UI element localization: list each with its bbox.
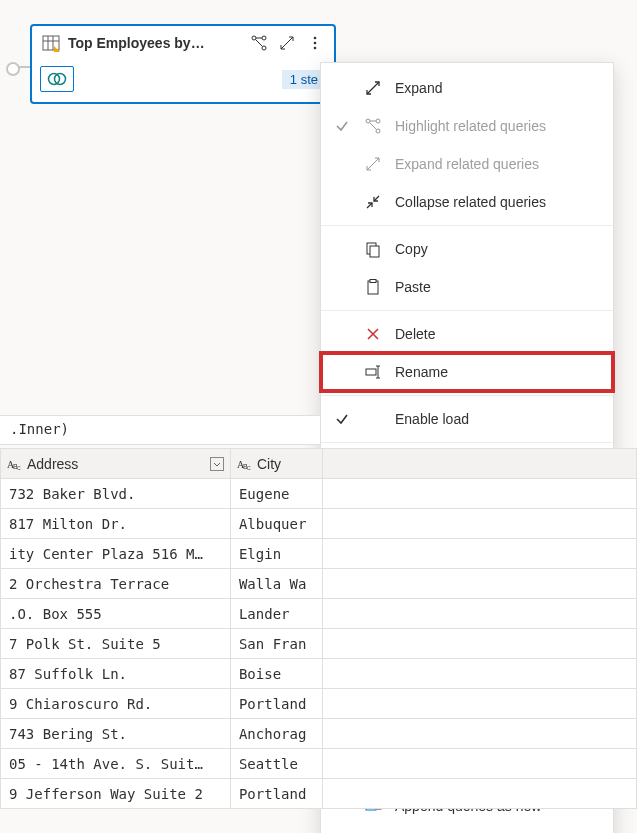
table-row[interactable]: .O. Box 555Lander	[1, 599, 637, 629]
menu-item-label: Rename	[395, 364, 601, 380]
copy-icon	[363, 240, 383, 258]
cell-address[interactable]: 743 Bering St.	[1, 719, 231, 749]
cell-address[interactable]: 9 Chiaroscuro Rd.	[1, 689, 231, 719]
cell-blank	[322, 509, 636, 539]
table-row[interactable]: 732 Baker Blvd.Eugene	[1, 479, 637, 509]
menu-separator	[321, 225, 613, 226]
svg-rect-0	[43, 36, 59, 50]
cell-blank	[322, 599, 636, 629]
table-row[interactable]: 9 Jefferson Way Suite 2Portland	[1, 779, 637, 809]
cell-address[interactable]: 732 Baker Blvd.	[1, 479, 231, 509]
cell-blank	[322, 689, 636, 719]
query-card-body: 1 ste	[32, 60, 334, 102]
menu-item-copy[interactable]: Copy	[321, 230, 613, 268]
table-row[interactable]: 05 - 14th Ave. S. Suit…Seattle	[1, 749, 637, 779]
menu-item-label: Expand	[395, 80, 601, 96]
cell-city[interactable]: Portland	[230, 779, 322, 809]
cell-address[interactable]: 87 Suffolk Ln.	[1, 659, 231, 689]
menu-separator	[321, 310, 613, 311]
svg-point-6	[262, 36, 266, 40]
expand-related-icon	[363, 155, 383, 173]
merge-step-icon[interactable]	[40, 66, 74, 92]
menu-item-rename[interactable]: Rename	[321, 353, 613, 391]
table-row[interactable]: 7 Polk St. Suite 5San Fran	[1, 629, 637, 659]
formula-bar-fragment[interactable]: .Inner)	[0, 415, 320, 445]
check-icon	[333, 412, 351, 426]
cell-blank	[322, 659, 636, 689]
collapse-related-icon	[363, 193, 383, 211]
expand-icon	[363, 79, 383, 97]
cell-address[interactable]: ity Center Plaza 516 M…	[1, 539, 231, 569]
table-row[interactable]: 2 Orchestra TerraceWalla Wa	[1, 569, 637, 599]
svg-point-17	[376, 129, 380, 133]
menu-item-label: Highlight related queries	[395, 118, 601, 134]
table-header-row: ABC Address ABC City	[1, 449, 637, 479]
column-header-address[interactable]: ABC Address	[1, 449, 231, 479]
cell-city[interactable]: Lander	[230, 599, 322, 629]
text-type-icon: ABC	[7, 457, 21, 471]
svg-rect-56	[210, 457, 223, 470]
svg-rect-23	[370, 280, 376, 283]
menu-item-label: Paste	[395, 279, 601, 295]
cell-city[interactable]: Boise	[230, 659, 322, 689]
more-options-icon[interactable]	[304, 32, 326, 54]
cell-blank	[322, 569, 636, 599]
menu-item-label: Delete	[395, 326, 601, 342]
cell-city[interactable]: Albuquer	[230, 509, 322, 539]
text-type-icon: ABC	[237, 457, 251, 471]
table-row[interactable]: 743 Bering St.Anchorag	[1, 719, 637, 749]
menu-item-label: Expand related queries	[395, 156, 601, 172]
cell-blank	[322, 629, 636, 659]
table-row[interactable]: 817 Milton Dr.Albuquer	[1, 509, 637, 539]
cell-blank	[322, 539, 636, 569]
cell-address[interactable]: 05 - 14th Ave. S. Suit…	[1, 749, 231, 779]
column-header-label: City	[257, 456, 281, 472]
check-icon	[333, 119, 351, 133]
menu-item-merge-queries[interactable]: Merge queries	[321, 825, 613, 833]
menu-item-enable-load[interactable]: Enable load	[321, 400, 613, 438]
column-header-label: Address	[27, 456, 78, 472]
svg-point-5	[252, 36, 256, 40]
svg-point-15	[366, 119, 370, 123]
cell-address[interactable]: 817 Milton Dr.	[1, 509, 231, 539]
menu-item-expand[interactable]: Expand	[321, 69, 613, 107]
menu-item-label: Copy	[395, 241, 601, 257]
svg-line-19	[370, 123, 377, 130]
cell-address[interactable]: 9 Jefferson Way Suite 2	[1, 779, 231, 809]
highlight-related-icon[interactable]	[248, 32, 270, 54]
menu-separator	[321, 395, 613, 396]
cell-address[interactable]: 7 Polk St. Suite 5	[1, 629, 231, 659]
menu-separator	[321, 442, 613, 443]
table-row[interactable]: 9 Chiaroscuro Rd.Portland	[1, 689, 637, 719]
table-row[interactable]: 87 Suffolk Ln.Boise	[1, 659, 637, 689]
query-card[interactable]: Top Employees by… 1 ste	[30, 24, 336, 104]
cell-city[interactable]: Anchorag	[230, 719, 322, 749]
menu-item-collapse-related[interactable]: Collapse related queries	[321, 183, 613, 221]
svg-text:C: C	[247, 465, 251, 471]
table-row[interactable]: ity Center Plaza 516 M…Elgin	[1, 539, 637, 569]
cell-city[interactable]: Seattle	[230, 749, 322, 779]
svg-point-12	[314, 47, 317, 50]
menu-item-label: Enable load	[395, 411, 601, 427]
cell-city[interactable]: Eugene	[230, 479, 322, 509]
svg-rect-26	[366, 369, 376, 375]
svg-text:C: C	[17, 465, 21, 471]
svg-point-16	[376, 119, 380, 123]
cell-city[interactable]: Elgin	[230, 539, 322, 569]
delete-icon	[363, 325, 383, 343]
rename-icon	[363, 363, 383, 381]
cell-address[interactable]: .O. Box 555	[1, 599, 231, 629]
column-header-city[interactable]: ABC City	[230, 449, 322, 479]
svg-point-11	[314, 42, 317, 45]
cell-city[interactable]: Walla Wa	[230, 569, 322, 599]
cell-city[interactable]: San Fran	[230, 629, 322, 659]
svg-point-10	[314, 37, 317, 40]
cell-blank	[322, 749, 636, 779]
menu-item-delete[interactable]: Delete	[321, 315, 613, 353]
menu-item-paste[interactable]: Paste	[321, 268, 613, 306]
cell-address[interactable]: 2 Orchestra Terrace	[1, 569, 231, 599]
cell-city[interactable]: Portland	[230, 689, 322, 719]
expand-icon[interactable]	[276, 32, 298, 54]
query-connector	[14, 66, 30, 68]
filter-dropdown-icon[interactable]	[210, 457, 224, 471]
